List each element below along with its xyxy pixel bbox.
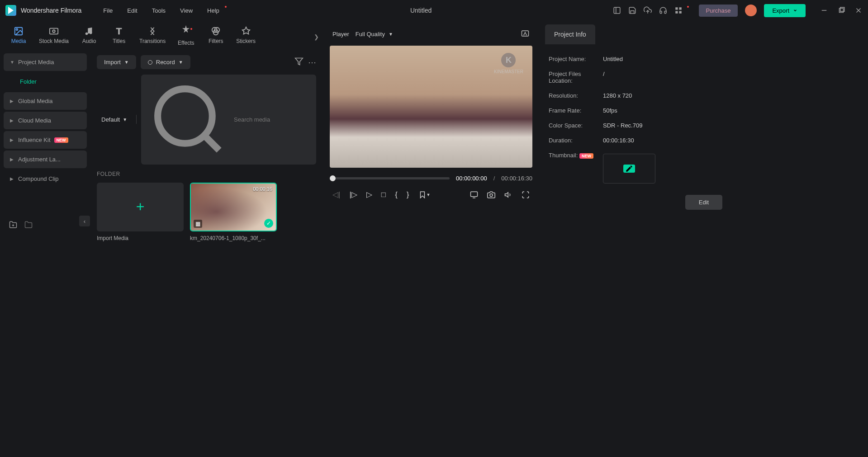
tab-audio[interactable]: Audio — [74, 23, 104, 48]
headphones-icon[interactable] — [659, 6, 667, 14]
play-icon[interactable]: ▷ — [366, 190, 372, 199]
clip-duration: 00:00:16 — [253, 186, 272, 192]
search-input[interactable] — [234, 116, 310, 123]
svg-marker-22 — [295, 58, 303, 65]
layout-icon[interactable] — [613, 6, 621, 14]
tab-stickers-label: Stickers — [236, 38, 256, 44]
tab-titles[interactable]: Titles — [104, 23, 134, 48]
preview-header: Player Full Quality▼ — [328, 26, 534, 46]
record-button[interactable]: Record ▼ — [141, 55, 190, 69]
menu-file[interactable]: File — [97, 5, 119, 17]
new-folder-icon[interactable] — [9, 221, 17, 229]
sidebar-adjustment-layer[interactable]: ▶Adjustment La... — [4, 151, 87, 168]
snapshot-icon[interactable] — [487, 191, 495, 199]
svg-line-24 — [204, 135, 219, 150]
step-back-icon[interactable]: |▷ — [349, 190, 357, 199]
info-thumbnail-label: Thumbnail: NEW — [549, 152, 603, 184]
svg-rect-0 — [614, 7, 620, 14]
player-label: Player — [332, 31, 349, 38]
mark-in-icon[interactable]: { — [395, 190, 398, 199]
chevron-down-icon: ▼ — [10, 60, 14, 65]
effects-tab-icon — [181, 24, 191, 34]
sidebar-influence-kit[interactable]: ▶Influence KitNEW — [4, 131, 87, 149]
more-options-icon[interactable]: ⋯ — [308, 57, 316, 67]
media-clip-tile[interactable]: 00:00:16 ▦ ✓ km_20240706-1_1080p_30f_... — [190, 183, 277, 241]
tab-filters[interactable]: Filters — [201, 23, 231, 48]
import-media-tile[interactable]: + Import Media — [97, 183, 184, 241]
filter-icon[interactable] — [294, 57, 304, 67]
menu-edit[interactable]: Edit — [121, 5, 143, 17]
sidebar-global-media[interactable]: ▶Global Media — [4, 92, 87, 110]
info-framerate-value: 50fps — [603, 107, 617, 114]
info-resolution-label: Resolution: — [549, 92, 603, 99]
info-framerate-label: Frame Rate: — [549, 107, 603, 114]
sidebar-folder[interactable]: Folder — [4, 73, 87, 90]
preview-scrubber[interactable]: 00:00:00:00 / 00:00:16:30 — [330, 175, 532, 182]
filters-tab-icon — [211, 26, 221, 36]
chevron-right-icon: ▶ — [10, 157, 14, 162]
info-colorspace-label: Color Space: — [549, 122, 603, 129]
tab-titles-label: Titles — [113, 38, 125, 44]
save-icon[interactable] — [628, 6, 636, 14]
svg-point-12 — [16, 29, 18, 31]
compare-icon[interactable] — [521, 29, 530, 39]
tab-media[interactable]: Media — [4, 23, 33, 48]
thumbnail-box[interactable] — [603, 154, 655, 184]
search-box[interactable] — [141, 75, 316, 165]
titlebar: Wondershare Filmora File Edit Tools View… — [0, 0, 868, 21]
svg-point-16 — [90, 32, 92, 34]
audio-tab-icon — [84, 26, 94, 36]
preview-viewport[interactable]: K KINEMASTER — [330, 46, 532, 168]
sidebar-compound-clip[interactable]: ▶Compound Clip — [4, 170, 87, 188]
media-tab-icon — [14, 26, 24, 36]
apps-icon[interactable] — [674, 6, 683, 14]
info-duration-label: Duration: — [549, 137, 603, 144]
sidebar-collapse-button[interactable]: ‹ — [79, 216, 90, 226]
tab-stickers[interactable]: Stickers — [231, 23, 261, 48]
info-colorspace-value: SDR - Rec.709 — [603, 122, 642, 129]
tab-audio-label: Audio — [82, 38, 96, 44]
new-badge: NEW — [579, 153, 593, 159]
tabs-scroll-right-icon[interactable]: ❯ — [314, 33, 319, 40]
tab-effects-label: Effects — [178, 40, 194, 46]
quality-dropdown[interactable]: Full Quality▼ — [356, 31, 393, 38]
close-icon[interactable] — [854, 6, 863, 14]
marker-icon[interactable]: ▼ — [418, 191, 431, 199]
avatar[interactable] — [745, 5, 757, 16]
sidebar-cloud-media[interactable]: ▶Cloud Media — [4, 112, 87, 129]
titles-tab-icon — [114, 26, 124, 36]
info-duration-value: 00:00:16:30 — [603, 137, 634, 144]
project-info-tab[interactable]: Project Info — [545, 24, 595, 44]
export-button[interactable]: Export — [764, 4, 806, 17]
prev-frame-icon[interactable]: ◁| — [332, 190, 340, 199]
scrub-handle[interactable] — [330, 175, 336, 181]
sidebar-project-media[interactable]: ▼Project Media — [4, 53, 87, 71]
tab-filters-label: Filters — [209, 38, 223, 44]
edit-button[interactable]: Edit — [685, 195, 722, 210]
mark-out-icon[interactable]: } — [407, 190, 409, 199]
svg-marker-29 — [505, 192, 508, 197]
main-tabs: Media Stock Media Audio Titles Transitio… — [0, 21, 323, 50]
minimize-icon[interactable] — [820, 6, 828, 14]
import-button[interactable]: Import ▼ — [97, 55, 136, 69]
folder-icon[interactable] — [24, 221, 33, 229]
tab-stock-media[interactable]: Stock Media — [33, 23, 74, 48]
menu-help[interactable]: Help — [201, 5, 226, 17]
scrub-track[interactable] — [330, 177, 450, 179]
tab-effects[interactable]: Effects — [171, 21, 201, 50]
info-location-label: Project Files Location: — [549, 71, 603, 84]
tab-transitions[interactable]: Transitions — [134, 23, 171, 48]
purchase-button[interactable]: Purchase — [699, 5, 738, 17]
display-icon[interactable] — [470, 191, 478, 199]
video-type-icon: ▦ — [194, 220, 202, 228]
volume-icon[interactable] — [504, 191, 512, 199]
info-location-value: / — [603, 71, 605, 84]
stop-icon[interactable]: □ — [381, 190, 386, 199]
sort-default-dropdown[interactable]: Default▼ — [97, 113, 132, 126]
maximize-icon[interactable] — [837, 6, 845, 14]
menu-tools[interactable]: Tools — [146, 5, 172, 17]
menu-view[interactable]: View — [174, 5, 199, 17]
project-info-body: Project Name:Untitled Project Files Loca… — [540, 44, 868, 217]
cloud-upload-icon[interactable] — [644, 6, 652, 14]
fullscreen-icon[interactable] — [522, 191, 530, 199]
